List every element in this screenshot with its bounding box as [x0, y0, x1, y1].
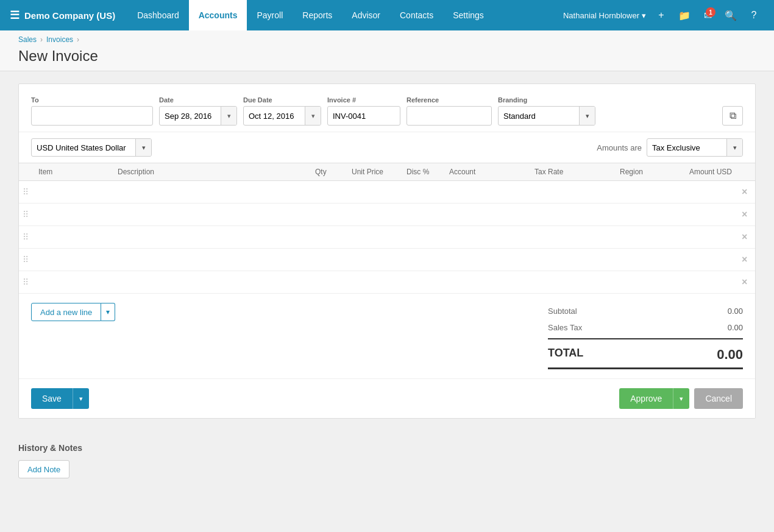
- row1-unit-price-input[interactable]: [347, 181, 402, 203]
- row1-item-input[interactable]: [34, 181, 113, 203]
- copy-icon: ⧉: [730, 110, 736, 121]
- row3-tax-rate-input[interactable]: [530, 226, 615, 248]
- nav-item-dashboard[interactable]: Dashboard: [127, 0, 189, 30]
- row3-disc-input[interactable]: [402, 226, 444, 248]
- subtotal-row: Subtotal 0.00: [548, 303, 743, 319]
- date-calendar-button[interactable]: ▾: [221, 107, 236, 125]
- row1-account-input[interactable]: [444, 181, 530, 203]
- copy-button[interactable]: ⧉: [722, 106, 743, 126]
- row5-item-input[interactable]: [34, 271, 113, 293]
- row5-disc-input[interactable]: [402, 271, 444, 293]
- reference-label: Reference: [407, 96, 492, 104]
- nav-item-reports[interactable]: Reports: [293, 0, 342, 30]
- row1-region-input[interactable]: [615, 181, 670, 203]
- invoice-num-input[interactable]: [327, 106, 400, 126]
- add-line-button-wrap: Add a new line ▾: [31, 303, 115, 321]
- currency-select[interactable]: USD United States Dollar: [32, 141, 135, 155]
- drag-handle-5[interactable]: ⠿: [19, 277, 32, 287]
- row1-qty-input[interactable]: [310, 181, 347, 203]
- row3-remove-button[interactable]: ×: [737, 232, 752, 242]
- left-actions: Save ▾: [31, 388, 89, 409]
- row2-description-input[interactable]: [113, 204, 310, 225]
- row5-region-input[interactable]: [615, 271, 670, 293]
- row4-disc-input[interactable]: [402, 249, 444, 271]
- row2-item-input[interactable]: [34, 204, 113, 225]
- add-button[interactable]: +: [651, 5, 672, 26]
- row5-account-input[interactable]: [444, 271, 530, 293]
- row5-tax-rate-input[interactable]: [530, 271, 615, 293]
- row2-unit-price-input[interactable]: [347, 204, 402, 225]
- branding-select[interactable]: Standard: [499, 108, 579, 124]
- drag-handle-1[interactable]: ⠿: [19, 187, 32, 197]
- action-bar: Save ▾ Approve ▾ Cancel: [19, 378, 755, 418]
- branding-label: Branding: [498, 96, 595, 104]
- user-menu[interactable]: Nathanial Hornblower ▾: [558, 0, 651, 30]
- approve-dropdown-button[interactable]: ▾: [673, 388, 689, 409]
- row3-item-input[interactable]: [34, 226, 113, 248]
- row4-item-input[interactable]: [34, 249, 113, 271]
- breadcrumb-invoices[interactable]: Invoices: [46, 35, 73, 44]
- save-dropdown-button[interactable]: ▾: [73, 388, 89, 409]
- row1-amount-input[interactable]: [670, 181, 737, 203]
- cancel-button[interactable]: Cancel: [694, 388, 743, 409]
- date-input[interactable]: [160, 108, 221, 124]
- row4-remove-button[interactable]: ×: [737, 254, 752, 264]
- row2-tax-rate-input[interactable]: [530, 204, 615, 225]
- folder-button[interactable]: 📁: [674, 5, 695, 26]
- row3-amount-input[interactable]: [670, 226, 737, 248]
- row4-qty-input[interactable]: [310, 249, 347, 271]
- row2-remove-button[interactable]: ×: [737, 209, 752, 219]
- row4-amount-input[interactable]: [670, 249, 737, 271]
- amounts-select[interactable]: Tax Exclusive Tax Inclusive No Tax: [647, 141, 726, 155]
- help-button[interactable]: ?: [744, 5, 764, 26]
- invoice-num-label: Invoice #: [327, 96, 400, 104]
- drag-handle-3[interactable]: ⠿: [19, 232, 32, 242]
- row3-unit-price-input[interactable]: [347, 226, 402, 248]
- invoice-form: To Date ▾ Due Date ▾ Invoice #: [18, 83, 756, 419]
- row1-disc-input[interactable]: [402, 181, 444, 203]
- to-input[interactable]: [31, 106, 153, 126]
- reference-input[interactable]: [407, 106, 492, 126]
- row2-account-input[interactable]: [444, 204, 530, 225]
- add-line-dropdown-button[interactable]: ▾: [101, 303, 115, 321]
- row3-region-input[interactable]: [615, 226, 670, 248]
- search-button[interactable]: 🔍: [720, 5, 741, 26]
- row3-qty-input[interactable]: [310, 226, 347, 248]
- nav-item-advisor[interactable]: Advisor: [342, 0, 390, 30]
- row5-amount-input[interactable]: [670, 271, 737, 293]
- approve-button[interactable]: Approve: [619, 388, 673, 409]
- mail-button[interactable]: ✉ 1: [697, 5, 718, 26]
- row1-tax-rate-input[interactable]: [530, 181, 615, 203]
- row2-amount-input[interactable]: [670, 204, 737, 225]
- row1-description-input[interactable]: [113, 181, 310, 203]
- row4-tax-rate-input[interactable]: [530, 249, 615, 271]
- breadcrumb-sales[interactable]: Sales: [18, 35, 37, 44]
- row3-description-input[interactable]: [113, 226, 310, 248]
- row5-remove-button[interactable]: ×: [737, 277, 752, 287]
- row1-remove-button[interactable]: ×: [737, 186, 752, 197]
- nav-item-payroll[interactable]: Payroll: [247, 0, 293, 30]
- due-date-calendar-button[interactable]: ▾: [305, 107, 321, 125]
- row4-unit-price-input[interactable]: [347, 249, 402, 271]
- add-line-button[interactable]: Add a new line: [31, 303, 101, 321]
- row2-qty-input[interactable]: [310, 204, 347, 225]
- nav-item-settings[interactable]: Settings: [443, 0, 494, 30]
- row3-account-input[interactable]: [444, 226, 530, 248]
- row2-disc-input[interactable]: [402, 204, 444, 225]
- row4-account-input[interactable]: [444, 249, 530, 271]
- drag-handle-2[interactable]: ⠿: [19, 210, 32, 219]
- row4-region-input[interactable]: [615, 249, 670, 271]
- row5-unit-price-input[interactable]: [347, 271, 402, 293]
- add-note-button[interactable]: Add Note: [18, 460, 69, 478]
- reference-field-group: Reference: [407, 96, 492, 126]
- row5-qty-input[interactable]: [310, 271, 347, 293]
- due-date-input[interactable]: [244, 108, 305, 124]
- nav-item-contacts[interactable]: Contacts: [390, 0, 443, 30]
- save-button[interactable]: Save: [31, 388, 73, 409]
- row2-region-input[interactable]: [615, 204, 670, 225]
- row4-description-input[interactable]: [113, 249, 310, 271]
- nav-item-accounts[interactable]: Accounts: [189, 0, 247, 30]
- row5-description-input[interactable]: [113, 271, 310, 293]
- drag-handle-4[interactable]: ⠿: [19, 255, 32, 264]
- menu-icon[interactable]: ☰: [10, 9, 20, 22]
